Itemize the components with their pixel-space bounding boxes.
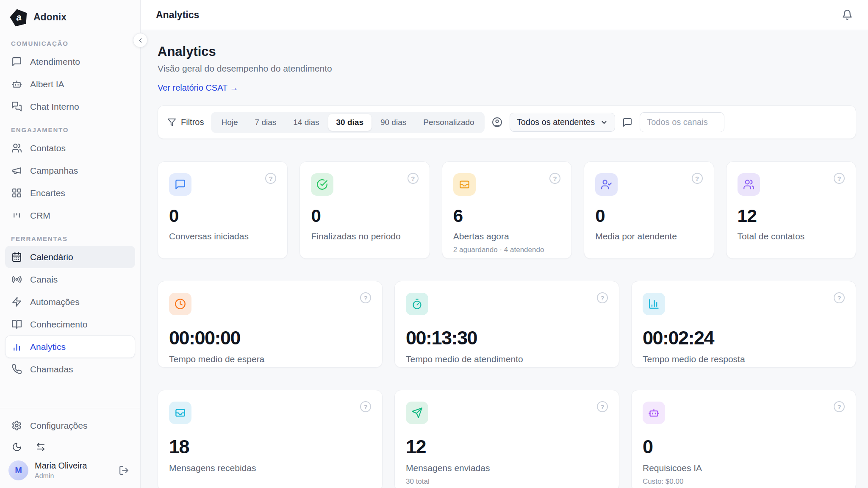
help-icon[interactable] [834, 401, 845, 412]
megaphone-icon [11, 165, 22, 176]
stat-label: Tempo medio de resposta [643, 354, 845, 364]
help-icon[interactable] [692, 173, 703, 184]
filter-bar: Filtros Hoje 7 dias 14 dias 30 dias 90 d… [158, 105, 856, 139]
sidebar-item-encartes[interactable]: Encartes [5, 182, 135, 204]
funnel-icon [167, 118, 176, 127]
channels-input[interactable] [640, 112, 724, 132]
brand: a Adonix [0, 0, 140, 30]
stat-label: Total de contatos [738, 231, 845, 241]
range-90-dias-button[interactable]: 90 dias [372, 114, 414, 131]
stat-card-finalizadas: 0 Finalizadas no periodo [300, 161, 430, 259]
stat-value: 0 [311, 206, 418, 226]
stat-value: 18 [169, 436, 371, 458]
range-personalizado-button[interactable]: Personalizado [415, 114, 482, 131]
help-icon[interactable] [265, 173, 276, 184]
sidebar-item-label: Encartes [30, 188, 65, 198]
sidebar-item-chat-interno[interactable]: Chat Interno [5, 95, 135, 118]
help-icon[interactable] [408, 173, 419, 184]
stat-label: Conversas iniciadas [169, 231, 276, 241]
sidebar-item-automacoes[interactable]: Automações [5, 291, 135, 313]
sidebar-item-label: Configurações [30, 421, 87, 431]
users-icon [11, 143, 22, 153]
stat-label: Mensagens enviadas [406, 463, 608, 473]
sidebar-item-albert-ia[interactable]: Albert IA [5, 73, 135, 95]
topbar-title: Analytics [156, 9, 199, 21]
chart-column-icon [643, 293, 665, 315]
grid-icon [11, 188, 22, 198]
user-name: Maria Oliveira [35, 461, 87, 471]
sidebar-item-label: Campanhas [30, 166, 78, 176]
stat-card-requisicoes-ia: 0 Requisicoes IA Custo: $0.00 [631, 390, 856, 488]
range-30-dias-button[interactable]: 30 dias [328, 114, 372, 131]
book-icon [11, 319, 22, 330]
stat-value: 00:13:30 [406, 327, 608, 349]
help-icon[interactable] [360, 401, 371, 412]
users-icon [738, 173, 760, 196]
chat-bubble-icon [622, 117, 632, 128]
section-label-engajamento: ENGAJAMENTO [5, 126, 135, 133]
user-profile: M Maria Oliveira Admin [5, 455, 135, 481]
range-hoje-button[interactable]: Hoje [213, 114, 246, 131]
sidebar-item-chamadas[interactable]: Chamadas [5, 358, 135, 380]
stat-card-tempo-espera: 00:00:00 Tempo medio de espera [158, 281, 383, 368]
sidebar-footer: Configurações M Maria Oliveira Admin [0, 408, 140, 488]
stat-label: Abertas agora [453, 231, 560, 241]
bar-chart-icon [11, 341, 22, 352]
stat-card-conversas-iniciadas: 0 Conversas iniciadas [158, 161, 288, 259]
robot-icon [643, 402, 665, 424]
help-icon[interactable] [360, 292, 371, 303]
stat-label: Tempo medio de atendimento [406, 354, 608, 364]
sidebar-item-contatos[interactable]: Contatos [5, 137, 135, 159]
help-icon[interactable] [597, 401, 608, 412]
avatar: M [8, 460, 28, 480]
stat-sub: Custo: $0.00 [643, 477, 845, 486]
sidebar-item-calendario[interactable]: Calendário [5, 246, 135, 268]
csat-report-link[interactable]: Ver relatório CSAT → [158, 83, 238, 93]
bell-icon[interactable] [842, 9, 853, 20]
stopwatch-icon [406, 293, 428, 315]
help-icon[interactable] [597, 292, 608, 303]
adonix-logo-icon: a [8, 7, 29, 28]
kanban-icon [11, 210, 22, 221]
calendar-icon [11, 252, 22, 262]
sidebar-item-label: CRM [30, 211, 50, 221]
sidebar-item-canais[interactable]: Canais [5, 268, 135, 291]
sidebar-item-analytics[interactable]: Analytics [5, 336, 135, 358]
sidebar-item-crm[interactable]: CRM [5, 204, 135, 227]
stat-value: 0 [595, 206, 702, 226]
sidebar-item-label: Albert IA [30, 79, 64, 89]
user-check-icon [595, 173, 618, 196]
swap-arrows-icon[interactable] [36, 442, 46, 452]
main-area: Analytics Analytics Visão geral do desem… [141, 0, 868, 488]
date-range-segmented-control: Hoje 7 dias 14 dias 30 dias 90 dias Pers… [211, 112, 484, 133]
help-icon[interactable] [549, 173, 560, 184]
sidebar-item-label: Conhecimento [30, 319, 87, 330]
sidebar-item-atendimento[interactable]: Atendimento [5, 50, 135, 73]
topbar: Analytics [141, 0, 868, 30]
help-icon[interactable] [834, 292, 845, 303]
stats-row-2: 00:00:00 Tempo medio de espera 00:13:30 … [158, 281, 856, 368]
stat-value: 00:02:24 [643, 327, 845, 349]
sidebar-item-label: Calendário [30, 252, 73, 262]
stat-label: Finalizadas no periodo [311, 231, 418, 241]
stat-label: Tempo medio de espera [169, 354, 371, 364]
sidebar-item-conhecimento[interactable]: Conhecimento [5, 313, 135, 336]
sidebar-item-label: Atendimento [30, 57, 80, 67]
sidebar: a Adonix COMUNICAÇÃO Atendimento Albert … [0, 0, 141, 488]
stat-sub: 2 aguardando · 4 atendendo [453, 246, 560, 254]
chat-bubble-icon [11, 56, 22, 67]
send-icon [406, 402, 428, 424]
filters-label: Filtros [167, 117, 204, 127]
stat-card-total-contatos: 12 Total de contatos [726, 161, 856, 259]
sidebar-item-campanhas[interactable]: Campanhas [5, 159, 135, 182]
help-icon[interactable] [834, 173, 845, 184]
stat-label: Media por atendente [595, 231, 702, 241]
sidebar-item-label: Chamadas [30, 364, 73, 374]
logout-icon[interactable] [119, 465, 133, 476]
attendants-select[interactable]: Todos os atendentes [510, 113, 616, 132]
sidebar-item-configuracoes[interactable]: Configurações [5, 414, 135, 437]
range-7-dias-button[interactable]: 7 dias [247, 114, 285, 131]
range-14-dias-button[interactable]: 14 dias [285, 114, 327, 131]
sidebar-collapse-button[interactable] [133, 33, 147, 47]
moon-icon[interactable] [12, 442, 22, 452]
